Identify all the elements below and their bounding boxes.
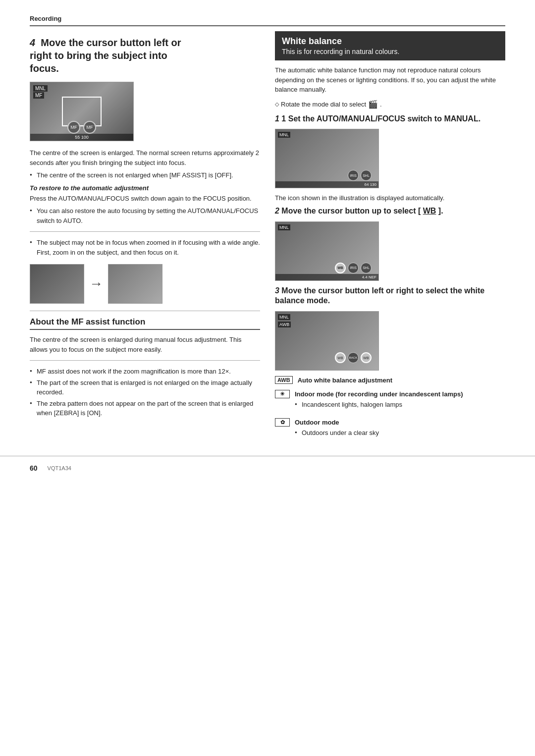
focus-bullets: The subject may not be in focus when zoo… bbox=[30, 238, 260, 257]
camera-image-4: MNL AWB WB BACK WB bbox=[275, 311, 379, 371]
arrow-symbol: → bbox=[89, 276, 103, 292]
cam3-shl: SHL bbox=[361, 263, 372, 273]
step4-line1: Move the cursor button left or bbox=[41, 37, 181, 48]
mf-assist-bullet3: The zebra pattern does not appear on the… bbox=[30, 399, 260, 418]
restore-bullets: You can also restore the auto focusing b… bbox=[30, 206, 260, 225]
movie-icon: 🎬 bbox=[368, 100, 378, 109]
indoor-bullet1: Incandescent lights, halogen lamps bbox=[295, 400, 463, 410]
step3-heading: 3 Move the cursor button left or right t… bbox=[275, 286, 505, 307]
cam4-back: BACK bbox=[348, 352, 359, 363]
indoor-bullets: Incandescent lights, halogen lamps bbox=[295, 400, 463, 410]
mnl-label-1: MNL bbox=[33, 85, 48, 92]
cam4-mnl: MNL bbox=[278, 314, 290, 320]
vqt-label: VQT1A34 bbox=[48, 465, 71, 471]
main-content: 4 Move the cursor button left or right t… bbox=[0, 26, 535, 446]
step1-heading: 1 1 Set the AUTO/MANUAL/FOCUS switch to … bbox=[275, 114, 505, 124]
right-column: White balance This is for recording in n… bbox=[275, 26, 505, 446]
rotate-dial-row: ◇ Rotate the mode dial to select 🎬 . bbox=[275, 100, 505, 109]
iris-circle: IRIS bbox=[348, 170, 359, 181]
small-camera-before bbox=[30, 264, 84, 304]
mf-assist-body: The centre of the screen is enlarged dur… bbox=[30, 335, 260, 354]
awb-badge: AWB bbox=[275, 376, 293, 384]
left-column: 4 Move the cursor button left or right t… bbox=[30, 26, 260, 446]
rotate-period: . bbox=[380, 101, 382, 108]
outdoor-bullet1: Outdoors under a clear sky bbox=[295, 428, 379, 438]
step4-body1: The centre of the screen is enlarged. Th… bbox=[30, 148, 260, 167]
restore-bullet1: You can also restore the auto focusing b… bbox=[30, 206, 260, 225]
outdoor-row: ✿ Outdoor mode Outdoors under a clear sk… bbox=[275, 418, 505, 442]
camera-image-3: MNL WB IRIS SHL 4.4 NEF bbox=[275, 221, 379, 281]
white-balance-box: White balance This is for recording in n… bbox=[275, 31, 505, 60]
divider-2 bbox=[30, 311, 260, 311]
cam1-bottom-bar: 55 100 bbox=[30, 134, 133, 141]
mf-assist-bullets: MF assist does not work if the zoom magn… bbox=[30, 367, 260, 418]
recording-label: Recording bbox=[30, 15, 505, 22]
focus-bullet1: The subject may not be in focus when zoo… bbox=[30, 238, 260, 257]
indoor-text: Indoor mode (for recording under incande… bbox=[295, 389, 463, 414]
awb-row: AWB Auto white balance adjustment bbox=[275, 376, 505, 385]
restore-body: Press the AUTO/MANUAL/FOCUS switch down … bbox=[30, 194, 260, 204]
arrow-images: → bbox=[30, 264, 260, 304]
mf-assist-heading: About the MF assist function bbox=[30, 317, 260, 330]
mf-label-1: MF bbox=[33, 92, 44, 99]
camera-image-1: MNL MF MF MF 55 100 bbox=[30, 82, 134, 141]
wb-circle-highlight: WB bbox=[335, 263, 346, 273]
cam3-bottom: 4.4 NEF bbox=[275, 274, 378, 280]
page-number: 60 bbox=[30, 464, 38, 472]
cam4-awb: AWB bbox=[278, 322, 291, 327]
white-balance-subtitle: This is for recording in natural colours… bbox=[282, 48, 498, 55]
divider-3 bbox=[30, 360, 260, 361]
cam4-wb1: WB bbox=[335, 352, 346, 363]
page-container: Recording 4 Move the cursor button left … bbox=[0, 0, 535, 756]
cam3-iris: IRIS bbox=[348, 263, 359, 273]
step4-line3: focus. bbox=[30, 63, 59, 74]
cam2-iris-row: IRIS SHL bbox=[348, 170, 372, 181]
divider-1 bbox=[30, 231, 260, 232]
step4-bullet1: The centre of the screen is not enlarged… bbox=[30, 170, 260, 180]
wb-body: The automatic white balance function may… bbox=[275, 65, 505, 95]
step4-bullets: The centre of the screen is not enlarged… bbox=[30, 170, 260, 180]
restore-heading: To restore to the automatic adjustment bbox=[30, 184, 260, 192]
awb-text: Auto white balance adjustment bbox=[298, 376, 392, 385]
mf-assist-bullet2: The part of the screen that is enlarged … bbox=[30, 378, 260, 397]
step1-body: The icon shown in the illustration is di… bbox=[275, 193, 505, 203]
mf-assist-bullet1: MF assist does not work if the zoom magn… bbox=[30, 367, 260, 377]
diamond-icon: ◇ bbox=[275, 101, 279, 108]
step4-line2: right to bring the subject into bbox=[30, 50, 167, 61]
outdoor-badge: ✿ bbox=[275, 418, 290, 427]
step4-heading: 4 Move the cursor button left or right t… bbox=[30, 36, 260, 75]
cam4-wb2: WB bbox=[361, 352, 372, 363]
cam3-iris-row: WB IRIS SHL bbox=[335, 263, 372, 273]
cam2-bottom: 64 130 bbox=[275, 181, 378, 188]
indoor-row: ☀ Indoor mode (for recording under incan… bbox=[275, 389, 505, 414]
cam3-mnl: MNL bbox=[278, 224, 290, 230]
step4-number: 4 bbox=[30, 37, 35, 48]
small-camera-after bbox=[108, 264, 162, 304]
indoor-badge: ☀ bbox=[275, 390, 290, 398]
step2-heading: 2 Move the cursor button up to select [ … bbox=[275, 206, 505, 216]
mf-circle-right: MF bbox=[83, 121, 96, 134]
cam4-iris-row: WB BACK WB bbox=[335, 352, 372, 363]
page-footer: 60 VQT1A34 bbox=[0, 456, 535, 477]
cam2-mnl: MNL bbox=[278, 132, 290, 138]
white-balance-title: White balance bbox=[282, 36, 498, 47]
mf-buttons: MF MF bbox=[30, 121, 133, 134]
outdoor-text: Outdoor mode Outdoors under a clear sky bbox=[295, 418, 379, 442]
top-section: Recording bbox=[0, 0, 535, 26]
rotate-dial-text: Rotate the mode dial to select bbox=[281, 101, 366, 108]
shl-circle: SHL bbox=[361, 170, 372, 181]
outdoor-bullets: Outdoors under a clear sky bbox=[295, 428, 379, 438]
camera-image-2: MNL IRIS SHL 64 130 bbox=[275, 129, 379, 188]
mf-circle-left: MF bbox=[67, 121, 80, 134]
